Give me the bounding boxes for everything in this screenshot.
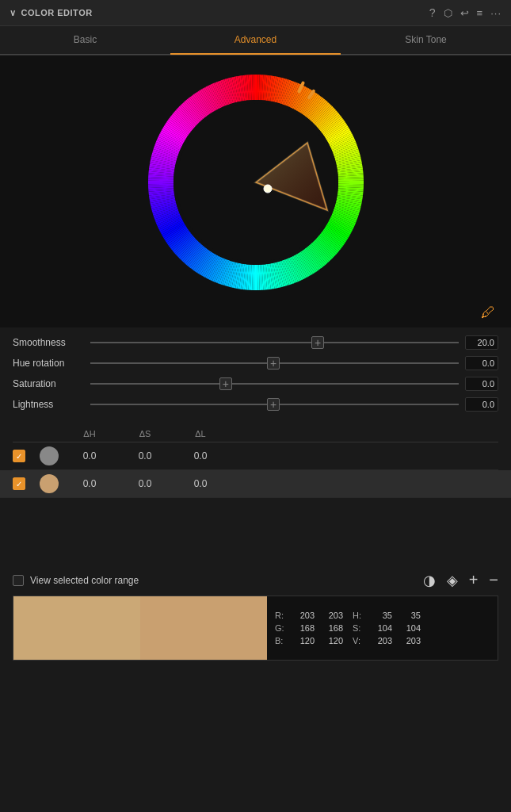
pipette-row: 🖊	[0, 301, 511, 327]
v-label: V:	[353, 636, 364, 645]
preview-b-row: B: 120 120 V: 203 203	[275, 636, 490, 645]
row1-swatch	[35, 446, 62, 465]
row1-check[interactable]: ✓	[13, 450, 35, 462]
row2-swatch	[35, 474, 62, 493]
lightness-row: Lightness	[13, 397, 498, 412]
target-icon[interactable]: ◈	[447, 572, 458, 589]
color-wheel-section	[0, 56, 511, 301]
row2-ds: 0.0	[117, 478, 173, 489]
view-color-range-checkbox-area[interactable]: View selected color range	[13, 575, 139, 586]
bottom-icons: ◑ ◈ + −	[423, 571, 498, 589]
b-label: B:	[275, 636, 286, 645]
remove-icon[interactable]: −	[489, 571, 498, 589]
header-dh: ΔH	[62, 429, 117, 439]
saturation-row: Saturation	[13, 377, 498, 391]
v-val1: 203	[368, 636, 392, 645]
spacer	[0, 504, 511, 552]
h-label: H:	[353, 611, 364, 620]
saturation-value[interactable]	[465, 377, 498, 391]
row1-ds: 0.0	[117, 450, 173, 462]
view-color-range-checkbox[interactable]	[13, 575, 24, 586]
header: ∨ COLOR EDITOR ? ⬡ ↩ ≡ ···	[0, 0, 511, 26]
g-label: G:	[275, 623, 286, 633]
tab-bar: Basic Advanced Skin Tone	[0, 26, 511, 56]
lightness-label: Lightness	[13, 399, 84, 410]
preview-swatch-before	[13, 596, 140, 660]
b-val1: 120	[291, 636, 315, 645]
row1-dl: 0.0	[173, 450, 228, 462]
lightness-thumb[interactable]	[267, 398, 280, 411]
h-val2: 35	[397, 611, 421, 620]
preview-g-row: G: 168 168 S: 104 104	[275, 623, 490, 633]
row1-dh: 0.0	[62, 450, 117, 462]
external-icon[interactable]: ⬡	[444, 7, 452, 19]
collapse-icon[interactable]: ∨	[10, 8, 17, 18]
hue-rotation-row: Hue rotation	[13, 356, 498, 370]
tab-advanced[interactable]: Advanced	[170, 26, 341, 55]
row2-check[interactable]: ✓	[13, 477, 35, 490]
view-color-range-row: View selected color range ◑ ◈ + −	[13, 565, 498, 596]
h-val1: 35	[368, 611, 392, 620]
table-row[interactable]: ✓ 0.0 0.0 0.0	[13, 442, 498, 470]
g-val1: 168	[291, 623, 315, 633]
smoothness-track[interactable]	[90, 342, 459, 343]
header-left: ∨ COLOR EDITOR	[10, 8, 93, 18]
header-ds: ΔS	[117, 429, 173, 439]
checkbox-1[interactable]: ✓	[13, 450, 25, 462]
row2-dh: 0.0	[62, 478, 117, 489]
tab-skin-tone[interactable]: Skin Tone	[341, 26, 511, 55]
s-val1: 104	[368, 623, 392, 633]
r-label: R:	[275, 611, 286, 620]
header-actions: ? ⬡ ↩ ≡ ···	[429, 6, 501, 19]
lightness-value[interactable]	[465, 397, 498, 412]
menu-icon[interactable]: ≡	[477, 7, 483, 19]
color-wheel-container[interactable]	[145, 71, 367, 293]
row2-dl: 0.0	[173, 478, 228, 489]
bottom-section: View selected color range ◑ ◈ + − R: 203…	[0, 552, 511, 661]
smoothness-row: Smoothness	[13, 335, 498, 350]
v-val2: 203	[397, 636, 421, 645]
s-label: S:	[353, 623, 364, 633]
help-icon[interactable]: ?	[429, 6, 436, 19]
more-icon[interactable]: ···	[490, 7, 501, 19]
sliders-section: Smoothness Hue rotation Saturation Light…	[0, 327, 511, 426]
smoothness-thumb[interactable]	[311, 336, 324, 349]
add-icon[interactable]: +	[469, 571, 479, 589]
preview-r-row: R: 203 203 H: 35 35	[275, 611, 490, 620]
tab-basic[interactable]: Basic	[0, 26, 170, 55]
color-preview: R: 203 203 H: 35 35 G: 168 168 S: 104 10…	[13, 596, 498, 661]
hue-rotation-track[interactable]	[90, 362, 459, 364]
panel-title: COLOR EDITOR	[21, 8, 93, 17]
hue-rotation-label: Hue rotation	[13, 358, 84, 369]
header-dl: ΔL	[173, 429, 228, 439]
hue-rotation-value[interactable]	[465, 356, 498, 370]
color-wheel[interactable]	[145, 71, 367, 293]
table-header: ΔH ΔS ΔL	[13, 426, 498, 442]
undo-icon[interactable]: ↩	[460, 7, 469, 19]
saturation-label: Saturation	[13, 378, 84, 389]
smoothness-value[interactable]	[465, 335, 498, 350]
b-val2: 120	[319, 636, 343, 645]
r-val2: 203	[319, 611, 343, 620]
swatch-circle-1	[40, 446, 59, 465]
checkbox-2[interactable]: ✓	[13, 477, 25, 490]
saturation-thumb[interactable]	[219, 377, 232, 390]
preview-values: R: 203 203 H: 35 35 G: 168 168 S: 104 10…	[267, 596, 498, 660]
saturation-track[interactable]	[90, 383, 459, 385]
smoothness-label: Smoothness	[13, 337, 84, 348]
swatch-circle-2	[40, 474, 59, 493]
s-val2: 104	[397, 623, 421, 633]
table-row[interactable]: ✓ 0.0 0.0 0.0	[0, 470, 511, 498]
g-val2: 168	[319, 623, 343, 633]
color-table-section: ΔH ΔS ΔL ✓ 0.0 0.0 0.0 ✓ 0.0 0.0 0.0	[0, 426, 511, 504]
preview-swatch-after	[140, 596, 267, 660]
svg-point-4	[264, 185, 272, 193]
view-color-range-label: View selected color range	[30, 575, 139, 586]
hue-rotation-thumb[interactable]	[267, 357, 280, 370]
r-val1: 203	[291, 611, 315, 620]
lightness-track[interactable]	[90, 404, 459, 405]
pipette-icon[interactable]: 🖊	[481, 304, 495, 321]
circle-half-icon[interactable]: ◑	[423, 572, 436, 589]
